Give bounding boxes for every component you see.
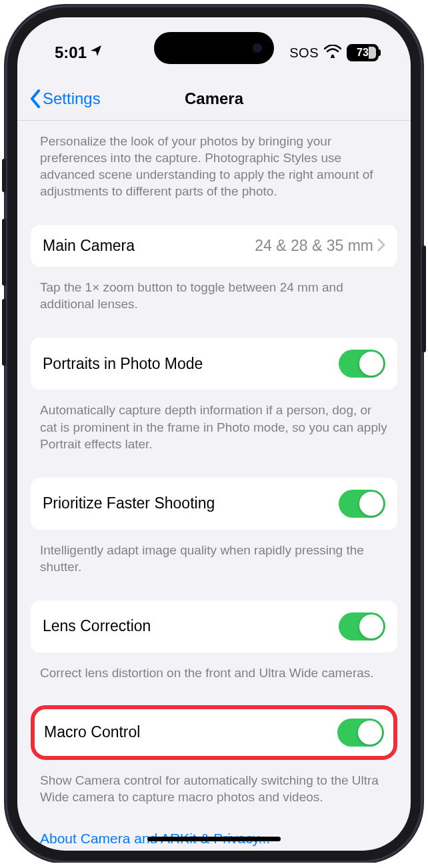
portraits-toggle[interactable] <box>339 350 385 378</box>
main-camera-row[interactable]: Main Camera 24 & 28 & 35 mm <box>31 225 397 267</box>
macro-control-toggle[interactable] <box>337 719 384 747</box>
main-camera-value: 24 & 28 & 35 mm <box>255 237 373 255</box>
macro-control-row: Macro Control <box>31 705 397 760</box>
faster-shooting-row: Prioritize Faster Shooting <box>31 478 397 530</box>
lens-correction-toggle[interactable] <box>339 612 385 640</box>
sos-indicator: SOS <box>289 45 319 61</box>
back-button[interactable]: Settings <box>29 89 101 108</box>
screen: 5:01 SOS 73 Setting <box>17 17 411 851</box>
wifi-icon <box>324 43 341 62</box>
battery-percent: 73 <box>348 45 377 60</box>
chevron-left-icon <box>29 89 41 108</box>
power-button <box>422 246 426 352</box>
location-icon <box>89 44 103 61</box>
faster-shooting-desc: Intelligently adapt image quality when r… <box>31 530 397 584</box>
main-camera-label: Main Camera <box>43 237 255 255</box>
chevron-right-icon <box>377 238 385 254</box>
nav-bar: Settings Camera <box>17 71 411 121</box>
about-link[interactable]: About Camera and ARKit & Privacy... <box>31 815 397 847</box>
volume-down-button <box>2 299 6 366</box>
status-time: 5:01 <box>55 43 87 62</box>
main-camera-desc: Tap the 1× zoom button to toggle between… <box>31 267 397 322</box>
battery-icon: 73 <box>347 44 379 61</box>
home-indicator[interactable] <box>147 837 281 841</box>
volume-up-button <box>2 219 6 286</box>
dynamic-island <box>154 32 274 64</box>
intro-description: Personalize the look of your photos by b… <box>31 121 397 209</box>
portraits-row: Portraits in Photo Mode <box>31 338 397 390</box>
content[interactable]: Personalize the look of your photos by b… <box>17 121 411 851</box>
lens-correction-label: Lens Correction <box>43 617 339 635</box>
portraits-label: Portraits in Photo Mode <box>43 355 339 373</box>
macro-control-label: Macro Control <box>44 723 337 741</box>
faster-shooting-label: Prioritize Faster Shooting <box>43 494 339 512</box>
lens-correction-row: Lens Correction <box>31 600 397 653</box>
svg-point-0 <box>331 55 334 57</box>
back-label: Settings <box>43 89 101 108</box>
faster-shooting-toggle[interactable] <box>339 490 385 518</box>
portraits-desc: Automatically capture depth information … <box>31 390 397 461</box>
device-frame: 5:01 SOS 73 Setting <box>5 5 423 863</box>
macro-control-desc: Show Camera control for automatically sw… <box>31 760 397 815</box>
lens-correction-desc: Correct lens distortion on the front and… <box>31 653 397 691</box>
side-button <box>2 159 6 192</box>
